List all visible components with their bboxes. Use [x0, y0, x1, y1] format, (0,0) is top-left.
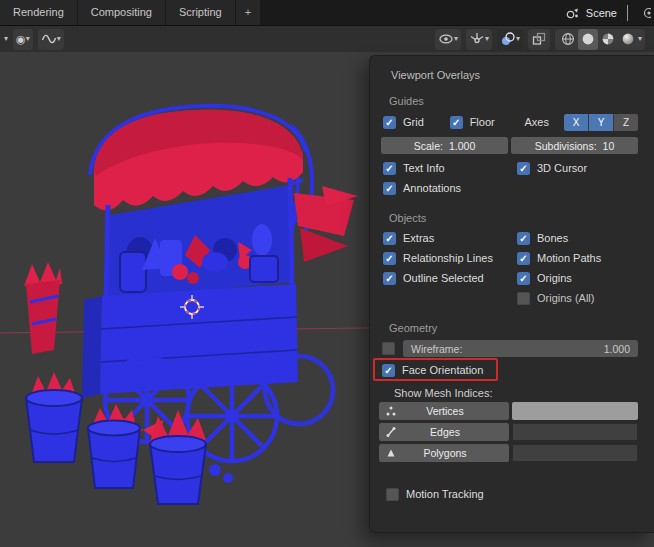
axis-x-toggle[interactable]: X [564, 114, 589, 131]
shading-wireframe-button[interactable] [558, 29, 578, 50]
add-workspace-button[interactable]: + [236, 0, 260, 25]
axis-z-toggle[interactable]: Z [614, 114, 638, 131]
vertices-button[interactable]: Vertices [379, 402, 509, 420]
motion-paths-label: Motion Paths [537, 252, 601, 264]
visibility-eye-icon [438, 31, 454, 47]
solid-sphere-icon [581, 32, 595, 46]
face-icon [383, 447, 398, 459]
geometry-heading: Geometry [389, 322, 654, 334]
xray-icon [531, 31, 547, 47]
topbar: Rendering Compositing Scripting + Scene [0, 0, 654, 25]
material-sphere-icon [601, 32, 615, 46]
falloff-curve-button[interactable]: ▾ [38, 29, 64, 50]
origins-checkbox[interactable]: ✓ [517, 272, 530, 285]
editor-type-chevron[interactable]: ▾ [4, 35, 8, 43]
scene-icon [565, 6, 580, 20]
rendered-sphere-icon [621, 32, 635, 46]
polygons-indices-field[interactable] [512, 444, 638, 462]
edges-indices-field[interactable] [512, 423, 638, 441]
text-info-checkbox[interactable]: ✓ [383, 162, 396, 175]
vertex-icon [383, 405, 398, 417]
guides-heading: Guides [389, 95, 654, 107]
mesh-indices-heading: Show Mesh Indices: [394, 387, 654, 399]
polygons-button[interactable]: Polygons [379, 444, 509, 462]
edges-button[interactable]: Edges [379, 423, 509, 441]
annotations-checkbox[interactable]: ✓ [383, 182, 396, 195]
motion-tracking-label: Motion Tracking [406, 488, 484, 500]
scale-field[interactable]: Scale: 1.000 [381, 137, 508, 154]
viewport-header: ▾ ◉ ▾ ▾ ▾ [0, 25, 654, 52]
popover-title: Viewport Overlays [391, 69, 654, 81]
outline-selected-label: Outline Selected [403, 272, 484, 284]
gizmos-dropdown-chevron[interactable]: ▾ [485, 35, 489, 43]
text-info-label: Text Info [403, 162, 445, 174]
3d-cursor-label: 3D Cursor [537, 162, 587, 174]
3d-cursor-checkbox[interactable]: ✓ [517, 162, 530, 175]
wireframe-slider[interactable]: Wireframe: 1.000 [403, 340, 638, 357]
proportional-editing-button[interactable]: ◉ ▾ [13, 29, 33, 50]
gizmos-button[interactable]: ▾ [466, 29, 492, 50]
shading-material-button[interactable] [598, 29, 618, 50]
extras-checkbox[interactable]: ✓ [383, 232, 396, 245]
floor-checkbox[interactable]: ✓ [450, 116, 463, 129]
scene-selector[interactable]: Scene [565, 0, 654, 25]
relationship-lines-checkbox[interactable]: ✓ [383, 252, 396, 265]
falloff-dropdown-chevron[interactable]: ▾ [57, 35, 61, 43]
viewport-header-right: ▾ ▾ [435, 29, 650, 50]
outline-selected-checkbox[interactable]: ✓ [383, 272, 396, 285]
objects-heading: Objects [389, 212, 654, 224]
shading-mode-group: ▾ [555, 29, 645, 50]
extras-label: Extras [403, 232, 434, 244]
wireframe-checkbox[interactable]: ✓ [382, 342, 395, 355]
motion-paths-checkbox[interactable]: ✓ [517, 252, 530, 265]
shading-solid-button[interactable] [578, 29, 598, 50]
tab-scripting[interactable]: Scripting [166, 0, 235, 25]
shading-dropdown-chevron[interactable]: ▾ [638, 35, 642, 43]
grid-checkbox[interactable]: ✓ [383, 116, 396, 129]
relationship-lines-label: Relationship Lines [403, 252, 493, 264]
workspace-tabs: Rendering Compositing Scripting + [0, 0, 261, 25]
gizmo-icon [469, 31, 485, 47]
edge-icon [383, 426, 398, 438]
origins-all-label: Origins (All) [537, 292, 594, 304]
overlays-dropdown-chevron[interactable]: ▾ [516, 35, 520, 43]
overlays-popover: Viewport Overlays Guides ✓ Grid ✓ Floor … [369, 55, 654, 533]
tab-rendering[interactable]: Rendering [0, 0, 77, 25]
face-orientation-label: Face Orientation [402, 364, 483, 376]
object-visibility-button[interactable]: ▾ [435, 29, 461, 50]
shading-rendered-button[interactable] [618, 29, 638, 50]
overlays-button[interactable]: ▾ [497, 29, 523, 50]
view-layer-icon [639, 6, 651, 20]
proportional-dropdown-chevron[interactable]: ▾ [26, 35, 30, 43]
floor-label: Floor [470, 116, 495, 128]
blender-window: Rendering Compositing Scripting + Scene [0, 0, 654, 547]
topbar-separator [627, 5, 628, 21]
tab-compositing[interactable]: Compositing [78, 0, 165, 25]
falloff-curve-icon [41, 31, 57, 47]
grid-label: Grid [403, 116, 424, 128]
bones-checkbox[interactable]: ✓ [517, 232, 530, 245]
axis-y-toggle[interactable]: Y [589, 114, 614, 131]
scene-name: Scene [586, 7, 617, 19]
wireframe-sphere-icon [561, 32, 575, 46]
vertices-indices-field[interactable] [512, 402, 638, 420]
annotations-label: Annotations [403, 182, 461, 194]
axes-label: Axes [525, 116, 549, 128]
motion-tracking-checkbox[interactable]: ✓ [386, 488, 399, 501]
xray-toggle[interactable] [528, 29, 550, 50]
origins-all-checkbox[interactable]: ✓ [517, 292, 530, 305]
subdivisions-field[interactable]: Subdivisions: 10 [511, 137, 638, 154]
origins-label: Origins [537, 272, 572, 284]
axes-segmented-control: X Y Z [564, 114, 638, 131]
face-orientation-checkbox[interactable]: ✓ [382, 364, 395, 377]
overlays-icon [500, 31, 516, 47]
candy-cart-model [24, 106, 358, 504]
visibility-dropdown-chevron[interactable]: ▾ [454, 35, 458, 43]
bones-label: Bones [537, 232, 568, 244]
